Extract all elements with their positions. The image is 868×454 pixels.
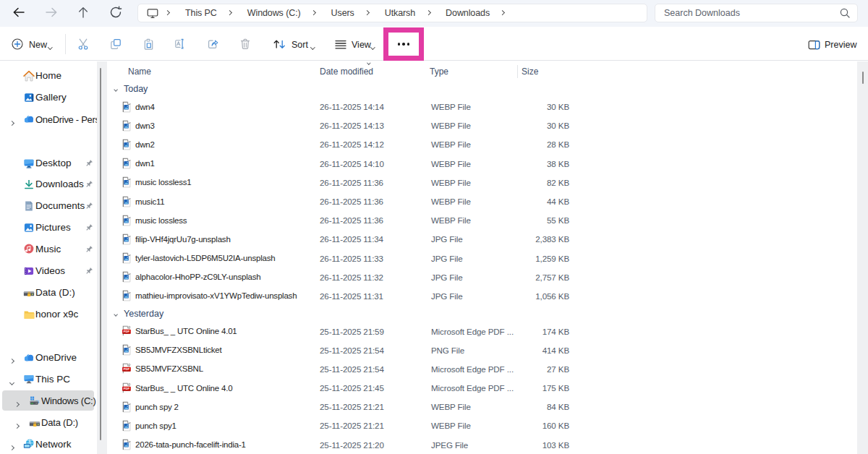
svg-text:PDF: PDF xyxy=(124,368,130,372)
svg-text:PDF: PDF xyxy=(124,387,130,390)
svg-text:PDF: PDF xyxy=(124,330,130,333)
